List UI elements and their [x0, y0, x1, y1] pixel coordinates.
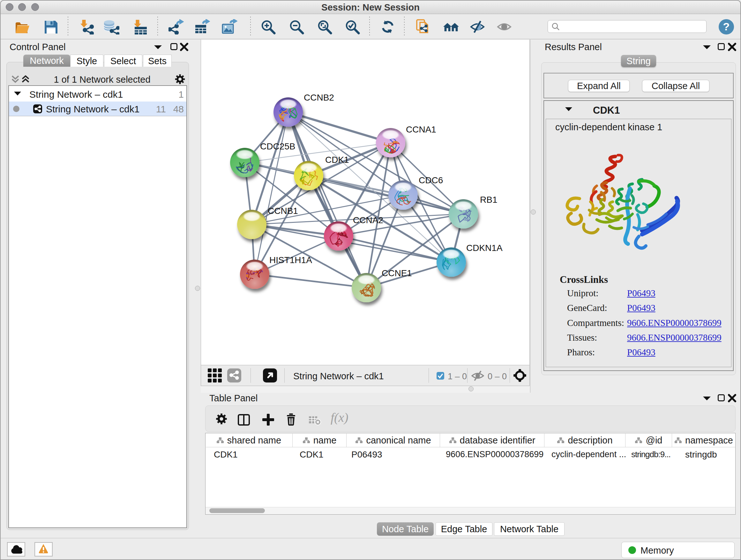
- svg-text:CDC6: CDC6: [419, 175, 443, 185]
- svg-text:HIST1H1A: HIST1H1A: [269, 255, 312, 265]
- svg-text:CCNA1: CCNA1: [406, 125, 436, 134]
- svg-text:CCNB1: CCNB1: [268, 206, 298, 216]
- svg-text:RB1: RB1: [480, 195, 497, 205]
- svg-text:CDKN1A: CDKN1A: [466, 243, 502, 253]
- svg-text:CDC25B: CDC25B: [260, 141, 295, 151]
- svg-text:CDK1: CDK1: [325, 155, 349, 165]
- svg-text:CCNE1: CCNE1: [382, 268, 412, 278]
- svg-text:CCNA2: CCNA2: [353, 215, 383, 225]
- svg-text:CCNB2: CCNB2: [304, 92, 334, 103]
